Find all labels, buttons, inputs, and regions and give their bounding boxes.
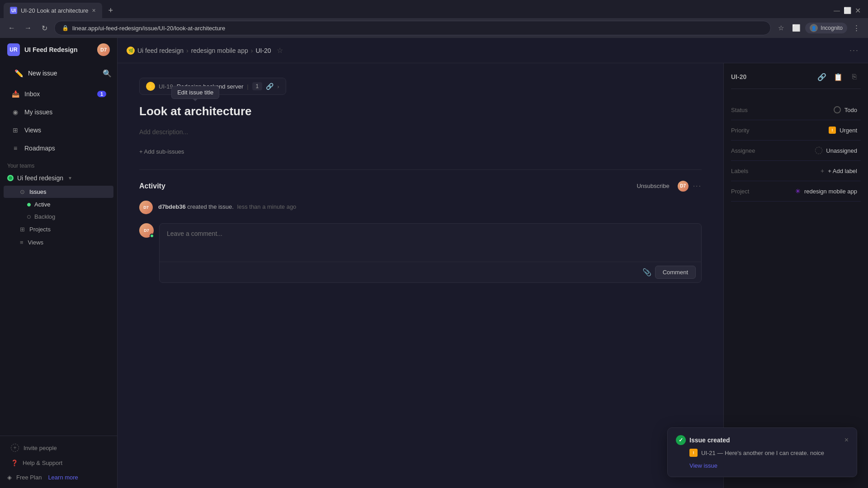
activity-user: d7bdeb36 [158, 203, 186, 210]
copy-id-btn[interactable]: 📋 [832, 70, 844, 83]
assignee-text: Unassigned [826, 147, 857, 154]
comment-input[interactable] [160, 224, 701, 260]
sidebar-item-projects[interactable]: ⊞ Projects [4, 223, 113, 235]
free-plan-icon: ◈ [7, 474, 12, 481]
team-name: Ui feed redesign [17, 174, 63, 182]
toast-body: ! UI-21 — Here's another one I can creat… [676, 449, 849, 457]
breadcrumb-team[interactable]: Ui feed redesign [137, 47, 184, 54]
breadcrumb-sep1: › [186, 47, 189, 54]
breadcrumb-project[interactable]: redesign mobile app [191, 47, 248, 54]
status-value[interactable]: Todo [830, 104, 861, 115]
priority-value[interactable]: ! Urgent [825, 125, 861, 136]
lock-icon: 🔒 [62, 25, 69, 31]
my-issues-label: My issues [24, 108, 52, 116]
invite-icon: + [11, 444, 19, 452]
status-label: Status [731, 107, 767, 113]
labels-value[interactable]: + + Add label [817, 165, 861, 176]
invite-btn[interactable]: + Invite people [4, 440, 113, 455]
parent-issue-title: Redesign backend server [177, 83, 243, 90]
activity-item-avatar: D7 [139, 201, 153, 214]
issues-icon: ⊙ [20, 188, 25, 195]
parent-issue-count: 1 [252, 82, 263, 90]
panel-more-btn[interactable]: ⎘ [848, 70, 861, 83]
parent-issue-ref[interactable]: ⚡ UI-19 Redesign backend server | 1 🔗 › [139, 78, 286, 95]
issue-title[interactable]: Look at architecture [139, 104, 252, 119]
sidebar-item-issues[interactable]: ⊙ Issues [4, 186, 113, 198]
comment-submit-btn[interactable]: Comment [655, 266, 696, 279]
activity-more-btn[interactable]: ··· [693, 182, 702, 190]
back-btn[interactable]: ← [5, 22, 18, 34]
priority-row: Priority ! Urgent [731, 120, 861, 141]
comment-avatar: D7 [139, 223, 154, 238]
minimize-btn[interactable]: — [834, 7, 840, 14]
team-breadcrumb-icon: 🌿 [127, 47, 135, 55]
roadmaps-label: Roadmaps [24, 145, 55, 152]
learn-more-link[interactable]: Learn more [48, 474, 78, 481]
workspace-name: UI Feed Redesign [24, 46, 77, 53]
forward-btn[interactable]: → [22, 22, 34, 34]
new-issue-icon: ✏️ [14, 69, 24, 78]
active-dot [27, 203, 31, 206]
maximize-btn[interactable]: ⬜ [844, 7, 851, 14]
team-header[interactable]: Ui feed redesign ▾ [0, 171, 117, 185]
comment-area: D7 📎 Comment [139, 223, 702, 283]
chrome-menu-btn[interactable]: ⋮ [850, 22, 863, 34]
status-circle [834, 106, 841, 113]
issue-main: ⚡ UI-19 Redesign backend server | 1 🔗 › … [118, 63, 723, 488]
new-tab-btn[interactable]: + [104, 4, 118, 17]
toast-view-link[interactable]: View issue [676, 462, 717, 469]
breadcrumb: 🌿 Ui feed redesign › redesign mobile app… [127, 47, 271, 55]
attach-btn[interactable]: 📎 [642, 268, 651, 277]
unassigned-icon [815, 147, 822, 154]
sidebar-bottom: + Invite people ❓ Help & Support ◈ Free … [0, 436, 117, 488]
sidebar-item-team-views[interactable]: ≡ Views [4, 236, 113, 249]
help-btn[interactable]: ❓ Help & Support [4, 456, 113, 470]
project-label: Project [731, 188, 767, 195]
extensions-btn[interactable]: ⬜ [790, 22, 802, 34]
activity-text: d7bdeb36 created the issue. less than a … [158, 201, 296, 210]
active-tab[interactable]: UI UI-20 Look at architecture × [4, 3, 102, 18]
project-value[interactable]: ✳ redesign mobile app [792, 186, 861, 197]
activity-section: Activity Unsubscribe D7 ··· D7 d7bdeb36 … [139, 181, 702, 283]
free-plan-label: Free Plan [16, 474, 42, 481]
sidebar-item-my-issues[interactable]: ◉ My issues [4, 104, 113, 120]
comment-avatar-text: D7 [144, 228, 149, 233]
sidebar-item-active[interactable]: Active [4, 199, 113, 210]
toast-close-btn[interactable]: × [844, 436, 849, 444]
tab-close-btn[interactable]: × [92, 7, 96, 14]
status-text: Todo [844, 107, 857, 113]
new-issue-btn[interactable]: ✏️ New issue [7, 65, 97, 81]
my-issues-icon: ◉ [11, 108, 20, 117]
star-btn[interactable]: ☆ [277, 46, 283, 55]
incognito-badge[interactable]: 👤 Incognito [805, 23, 847, 33]
content-header: 🌿 Ui feed redesign › redesign mobile app… [118, 38, 868, 63]
inbox-label: Inbox [24, 90, 40, 98]
toast-check-icon: ✓ [676, 435, 686, 445]
labels-label: Labels [731, 168, 767, 174]
sidebar-item-inbox[interactable]: 📥 Inbox 1 [4, 86, 113, 102]
refresh-btn[interactable]: ↻ [38, 22, 51, 34]
sidebar: UR UI Feed Redesign D7 ✏️ New issue 🔍 📥 … [0, 38, 118, 488]
projects-icon: ⊞ [20, 226, 25, 233]
sidebar-item-backlog[interactable]: Backlog [4, 211, 113, 222]
views-label: Views [24, 127, 41, 134]
sidebar-item-roadmaps[interactable]: ≡ Roadmaps [4, 140, 113, 156]
team-dot-inner [9, 176, 12, 180]
address-bar[interactable]: 🔒 linear.app/ui-feed-redesign/issue/UI-2… [54, 21, 771, 35]
copy-link-btn[interactable]: 🔗 [816, 70, 828, 83]
issues-label: Issues [29, 188, 47, 195]
user-avatar[interactable]: D7 [97, 43, 110, 56]
assignee-value[interactable]: Unassigned [811, 145, 861, 156]
sidebar-item-views[interactable]: ⊞ Views [4, 122, 113, 138]
free-plan-row[interactable]: ◈ Free Plan Learn more [0, 470, 117, 484]
add-subissues-btn[interactable]: + Add sub-issues [139, 148, 702, 155]
description-field[interactable]: Add description... [139, 127, 702, 137]
search-btn[interactable]: 🔍 [101, 67, 113, 80]
unsubscribe-btn[interactable]: Unsubscribe [633, 181, 673, 191]
close-window-btn[interactable]: ✕ [855, 6, 861, 15]
header-more-btn[interactable]: ··· [849, 46, 859, 55]
your-teams-label: Your teams [0, 157, 117, 171]
bookmark-btn[interactable]: ☆ [774, 22, 787, 34]
url-text: linear.app/ui-feed-redesign/issue/UI-20/… [72, 25, 225, 32]
team-views-icon: ≡ [20, 239, 24, 246]
